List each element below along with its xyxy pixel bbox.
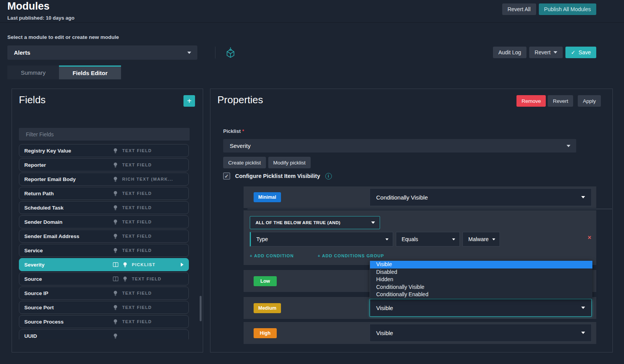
field-type: TEXT FIELD <box>122 163 152 167</box>
module-actions: Audit Log Revert ✓ Save <box>493 47 596 58</box>
fields-list: Registry Key Value TEXT FIELD Reporter T… <box>19 144 189 339</box>
visibility-select-medium-value: Visible <box>376 305 393 311</box>
picklist-visibility-config: Minimal Conditionally Visible ALL OF THE… <box>244 185 596 345</box>
field-name: UUID <box>24 333 113 339</box>
configure-visibility-checkbox[interactable]: ✓ <box>223 173 230 179</box>
condition-value-select[interactable]: Malware <box>463 232 500 247</box>
add-condition-link[interactable]: + ADD CONDITION <box>250 253 294 258</box>
properties-actions: Remove Revert Apply <box>516 95 601 107</box>
add-field-button[interactable]: + <box>183 95 195 107</box>
field-item-uuid[interactable]: UUID <box>19 329 189 339</box>
bulb-icon <box>113 333 118 339</box>
last-published-text: Last published: 10 days ago <box>7 15 74 21</box>
bulb-icon <box>113 248 118 253</box>
condition-comparison-select[interactable]: Equals <box>396 232 460 247</box>
header-actions: Revert All Publish All Modules <box>502 3 596 15</box>
field-item-sender-domain[interactable]: Sender Domain TEXT FIELD <box>19 215 189 228</box>
create-picklist-button[interactable]: Create picklist <box>223 157 266 168</box>
condition-field-select[interactable]: Type <box>250 232 393 247</box>
remove-condition-icon[interactable]: × <box>588 235 591 241</box>
condition-field-value: Type <box>256 236 268 242</box>
bulb-icon <box>113 191 118 196</box>
bulb-icon <box>123 276 128 282</box>
field-type: PICKLIST <box>132 262 155 267</box>
expand-right-icon <box>181 263 183 267</box>
tab-summary[interactable]: Summary <box>7 65 59 79</box>
field-name: Return Path <box>24 191 113 196</box>
field-item-reporter-email-body[interactable]: Reporter Email Body RICH TEXT (MARK... <box>19 173 189 186</box>
dropdown-option-conditionally-enabled[interactable]: Conditionally Enabled <box>370 291 592 299</box>
columns-icon <box>113 277 118 281</box>
field-type: TEXT FIELD <box>122 234 152 238</box>
audit-log-button[interactable]: Audit Log <box>493 47 526 58</box>
required-asterisk: * <box>242 129 244 134</box>
visibility-select-medium[interactable]: Visible <box>370 299 592 317</box>
field-item-return-path[interactable]: Return Path TEXT FIELD <box>19 187 189 200</box>
conditions-group: ALL OF THE BELOW ARE TRUE (AND) Type Equ… <box>244 210 596 265</box>
field-type: TEXT FIELD <box>122 191 152 196</box>
bulb-icon <box>113 162 118 168</box>
field-item-source-ip[interactable]: Source IP TEXT FIELD <box>19 287 189 300</box>
field-type: RICH TEXT (MARK... <box>122 177 173 181</box>
properties-panel-title: Properties <box>217 94 263 106</box>
visibility-select-minimal-value: Conditionally Visible <box>376 194 428 201</box>
module-select-label: Select a module to edit or create new mo… <box>7 34 119 40</box>
chevron-down-icon <box>567 145 570 147</box>
chevron-down-icon <box>452 238 455 240</box>
picklist-item-row-high: High Visible <box>244 322 596 344</box>
field-name: Registry Key Value <box>24 148 113 154</box>
chevron-down-icon <box>187 52 191 54</box>
chevron-down-icon <box>581 196 585 198</box>
export-module-icon[interactable] <box>225 47 236 59</box>
module-select-value: Alerts <box>14 49 30 56</box>
filter-fields-input[interactable] <box>19 128 190 141</box>
field-name: Source IP <box>24 290 113 296</box>
revert-field-button[interactable]: Revert <box>548 95 573 107</box>
dropdown-option-conditionally-visible[interactable]: Conditionally Visible <box>370 283 592 291</box>
add-conditions-group-link[interactable]: + ADD CONDITIONS GROUP <box>318 253 384 258</box>
bulb-icon <box>113 205 118 211</box>
dropdown-option-hidden[interactable]: Hidden <box>370 276 592 283</box>
field-item-service[interactable]: Service TEXT FIELD <box>19 244 189 257</box>
field-name: Source <box>24 276 113 282</box>
conditions-operator-select[interactable]: ALL OF THE BELOW ARE TRUE (AND) <box>250 216 380 229</box>
picklist-item-badge-minimal: Minimal <box>254 192 281 202</box>
field-item-source-process[interactable]: Source Process TEXT FIELD <box>19 315 189 328</box>
dropdown-option-disabled[interactable]: Disabled <box>370 268 592 276</box>
tab-fields-editor[interactable]: Fields Editor <box>59 65 121 79</box>
field-item-source-port[interactable]: Source Port TEXT FIELD <box>19 301 189 314</box>
picklist-item-row-medium: Medium Visible <box>244 297 596 319</box>
divider <box>215 47 215 59</box>
module-select[interactable]: Alerts <box>7 45 197 60</box>
revert-all-button[interactable]: Revert All <box>502 3 536 15</box>
visibility-select-high[interactable]: Visible <box>370 324 592 342</box>
field-item-severity[interactable]: Severity PICKLIST <box>19 258 189 271</box>
chevron-down-icon <box>581 332 585 334</box>
apply-button[interactable]: Apply <box>578 95 601 107</box>
visibility-select-minimal[interactable]: Conditionally Visible <box>370 188 592 206</box>
field-item-registry-key-value[interactable]: Registry Key Value TEXT FIELD <box>19 144 189 157</box>
field-type: TEXT FIELD <box>122 148 152 153</box>
field-item-source[interactable]: Source TEXT FIELD <box>19 272 189 285</box>
field-item-scheduled-task[interactable]: Scheduled Task TEXT FIELD <box>19 201 189 214</box>
info-icon[interactable]: i <box>325 173 332 179</box>
publish-all-modules-button[interactable]: Publish All Modules <box>539 3 596 15</box>
dropdown-option-visible[interactable]: Visible <box>370 261 592 268</box>
save-button-label: Save <box>579 49 591 55</box>
remove-button[interactable]: Remove <box>516 95 546 107</box>
bulb-icon <box>113 305 118 310</box>
field-type: TEXT FIELD <box>122 220 152 224</box>
chevron-down-icon <box>385 238 389 240</box>
revert-button[interactable]: Revert <box>529 47 563 58</box>
condition-comparison-value: Equals <box>402 236 418 242</box>
field-type: TEXT FIELD <box>132 277 161 281</box>
field-name: Reporter <box>24 162 113 168</box>
fields-panel: Fields + Registry Key Value TEXT FIELD R… <box>12 89 203 352</box>
bulb-icon <box>113 290 118 296</box>
field-item-sender-email-address[interactable]: Sender Email Address TEXT FIELD <box>19 230 189 243</box>
save-button[interactable]: ✓ Save <box>565 47 596 58</box>
picklist-select[interactable]: Severity <box>223 139 576 153</box>
fields-scrollbar[interactable] <box>200 296 202 321</box>
field-item-reporter[interactable]: Reporter TEXT FIELD <box>19 158 189 171</box>
modify-picklist-button[interactable]: Modify picklist <box>268 157 311 168</box>
